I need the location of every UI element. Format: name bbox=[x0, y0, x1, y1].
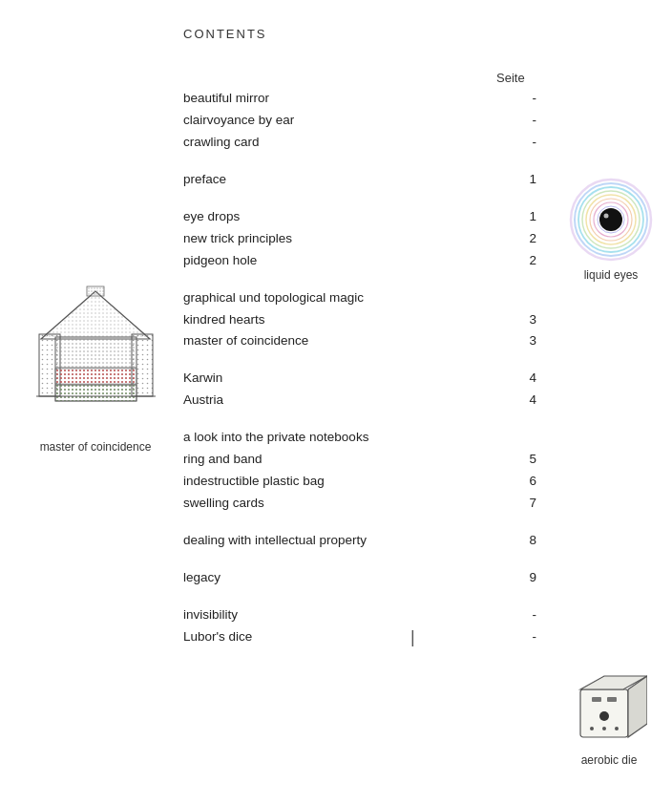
aerobic-die-illustration bbox=[571, 668, 647, 745]
svg-point-26 bbox=[599, 208, 622, 231]
toc-page: - bbox=[517, 132, 536, 154]
list-item: swelling cards 7 bbox=[183, 493, 536, 515]
list-item: eye drops 1 bbox=[183, 206, 536, 228]
toc-page: - bbox=[517, 626, 536, 648]
toc-title: crawling card bbox=[183, 132, 260, 154]
toc-title: Austria bbox=[183, 390, 223, 412]
svg-marker-6 bbox=[41, 291, 150, 339]
toc-page: 2 bbox=[517, 228, 536, 250]
svg-point-34 bbox=[590, 727, 594, 730]
list-item: graphical und topological magic bbox=[183, 287, 536, 309]
list-item: a look into the private notebooks bbox=[183, 427, 536, 449]
svg-rect-13 bbox=[55, 385, 136, 401]
toc-title: legacy bbox=[183, 567, 220, 589]
list-item: crawling card - bbox=[183, 132, 536, 154]
svg-rect-32 bbox=[607, 697, 617, 702]
separator-line: | bbox=[410, 628, 415, 645]
seite-label: Seite bbox=[496, 71, 525, 85]
svg-rect-31 bbox=[592, 697, 601, 702]
toc-title: dealing with intellectual property bbox=[183, 530, 367, 552]
toc-page: - bbox=[517, 110, 536, 132]
toc-title: pidgeon hole bbox=[183, 250, 257, 272]
toc-title: invisibility bbox=[183, 604, 238, 626]
svg-point-36 bbox=[615, 727, 619, 730]
toc-page: 4 bbox=[517, 368, 536, 390]
aerobic-die-label: aerobic die bbox=[566, 753, 652, 767]
list-item: indestructible plastic bag 6 bbox=[183, 471, 536, 493]
list-item: kindred hearts 3 bbox=[183, 309, 536, 331]
toc-area: beautiful mirror - clairvoyance by ear -… bbox=[183, 88, 536, 648]
contents-heading: CONTENTS bbox=[183, 27, 267, 41]
toc-title: Karwin bbox=[183, 368, 222, 390]
toc-page: 1 bbox=[517, 206, 536, 228]
toc-title: new trick principles bbox=[183, 228, 292, 250]
illustration-right: liquid eyes bbox=[563, 177, 659, 282]
svg-point-35 bbox=[602, 727, 606, 730]
liquid-eye-illustration bbox=[568, 177, 654, 263]
toc-page: 9 bbox=[517, 567, 536, 589]
list-item: beautiful mirror - bbox=[183, 88, 536, 110]
toc-page: 3 bbox=[517, 330, 536, 352]
list-item: Lubor's dice | - bbox=[183, 626, 536, 648]
toc-page: 1 bbox=[517, 169, 536, 191]
list-item: clairvoyance by ear - bbox=[183, 110, 536, 132]
toc-title: a look into the private notebooks bbox=[183, 427, 368, 449]
illustration-die: aerobic die bbox=[566, 668, 652, 767]
toc-page: 7 bbox=[517, 493, 536, 515]
list-item: ring and band 5 bbox=[183, 449, 536, 471]
toc-title: eye drops bbox=[183, 206, 240, 228]
toc-page: - bbox=[517, 604, 536, 626]
toc-title: swelling cards bbox=[183, 493, 264, 515]
toc-title: graphical und topological magic bbox=[183, 287, 364, 309]
svg-point-27 bbox=[604, 214, 609, 219]
list-item: preface 1 bbox=[183, 169, 536, 191]
toc-title: indestructible plastic bag bbox=[183, 471, 325, 493]
house-illustration bbox=[22, 282, 170, 434]
list-item: Austria 4 bbox=[183, 390, 536, 412]
liquid-eyes-label: liquid eyes bbox=[563, 268, 659, 282]
toc-page: - bbox=[517, 88, 536, 110]
list-item: new trick principles 2 bbox=[183, 228, 536, 250]
svg-point-33 bbox=[599, 711, 609, 721]
list-item: legacy 9 bbox=[183, 567, 536, 589]
toc-title: clairvoyance by ear bbox=[183, 110, 294, 132]
toc-title: master of coincidence bbox=[183, 330, 308, 352]
toc-page: 6 bbox=[517, 471, 536, 493]
toc-page: 4 bbox=[517, 390, 536, 412]
list-item: dealing with intellectual property 8 bbox=[183, 530, 536, 552]
toc-page: 2 bbox=[517, 250, 536, 272]
toc-page: 8 bbox=[517, 530, 536, 552]
page: CONTENTS Seite beautiful mirror - clairv… bbox=[0, 0, 672, 804]
illustration-left-label: master of coincidence bbox=[19, 440, 172, 454]
toc-title: ring and band bbox=[183, 449, 262, 471]
list-item: pidgeon hole 2 bbox=[183, 250, 536, 272]
toc-page: 5 bbox=[517, 449, 536, 471]
toc-title: preface bbox=[183, 169, 226, 191]
list-item: master of coincidence 3 bbox=[183, 330, 536, 352]
toc-title: Lubor's dice bbox=[183, 626, 252, 648]
svg-rect-15 bbox=[87, 286, 104, 296]
toc-page: 3 bbox=[517, 309, 536, 331]
illustration-left: master of coincidence bbox=[19, 282, 172, 454]
list-item: invisibility - bbox=[183, 604, 536, 626]
toc-title: kindred hearts bbox=[183, 309, 265, 331]
svg-rect-12 bbox=[55, 369, 136, 384]
list-item: Karwin 4 bbox=[183, 368, 536, 390]
toc-title: beautiful mirror bbox=[183, 88, 269, 110]
